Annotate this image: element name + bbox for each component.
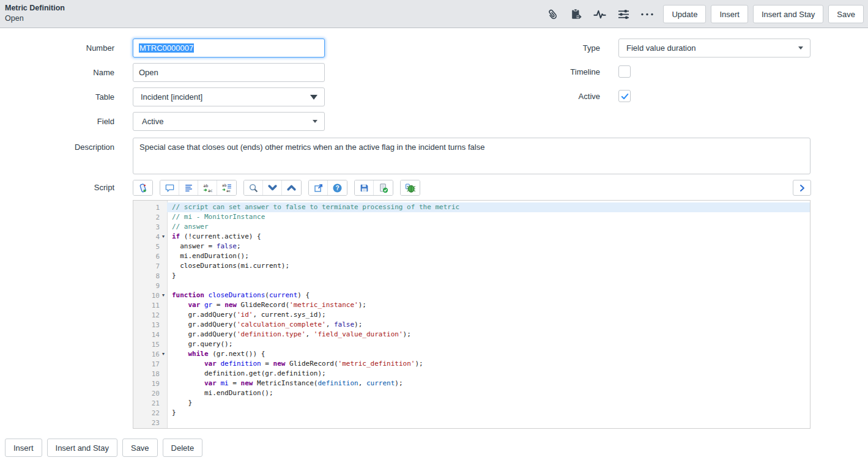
code-line[interactable]: 1// script can set answer to false to te… bbox=[133, 202, 810, 212]
code-line[interactable]: 8} bbox=[133, 271, 810, 281]
code-line[interactable]: 4▾if (!current.active) { bbox=[133, 232, 810, 242]
gutter-cell: 5 bbox=[133, 242, 167, 251]
find-previous-button[interactable] bbox=[282, 180, 301, 195]
find-next-button[interactable] bbox=[263, 180, 282, 195]
code-line[interactable]: 11 var gr = new GlideRecord('metric_inst… bbox=[133, 300, 810, 310]
code-line[interactable]: 12 gr.addQuery('id', current.sys_id); bbox=[133, 310, 810, 320]
code-text: var definition = new GlideRecord('metric… bbox=[167, 359, 810, 369]
expand-script-editor-button[interactable] bbox=[793, 180, 811, 196]
code-line[interactable]: 18 definition.get(gr.definition); bbox=[133, 369, 810, 379]
insert-button[interactable]: Insert bbox=[5, 439, 42, 457]
syntax-check-button[interactable] bbox=[374, 180, 393, 195]
line-number: 6 bbox=[155, 253, 160, 261]
line-number: 23 bbox=[152, 419, 160, 427]
code-text: while (gr.next()) { bbox=[167, 349, 810, 359]
description-textarea[interactable]: Special case that closes out (ends) othe… bbox=[133, 138, 811, 174]
fold-arrow-icon[interactable]: ▾ bbox=[160, 291, 167, 300]
insert-button[interactable]: Insert bbox=[711, 5, 748, 23]
gutter-cell: 17 bbox=[133, 359, 167, 369]
gutter-cell: 15 bbox=[133, 339, 167, 349]
script-toolbar-group: abacabac bbox=[160, 180, 237, 196]
fold-arrow-icon[interactable]: ▾ bbox=[160, 232, 167, 242]
active-checkbox[interactable] bbox=[618, 90, 631, 102]
insert-and-stay-button[interactable]: Insert and Stay bbox=[47, 439, 117, 457]
replace-button[interactable]: abac bbox=[198, 180, 217, 195]
paperclip-button[interactable] bbox=[544, 6, 559, 22]
code-line[interactable]: 16▾ while (gr.next()) { bbox=[133, 349, 810, 359]
code-line[interactable]: 22} bbox=[133, 408, 810, 418]
code-line[interactable]: 3// answer bbox=[133, 222, 810, 232]
code-line[interactable]: 13 gr.addQuery('calculation_complete', f… bbox=[133, 320, 810, 330]
code-area: 1// script can set answer to false to te… bbox=[133, 202, 810, 428]
code-line[interactable]: 23 bbox=[133, 418, 810, 428]
check-icon bbox=[620, 92, 629, 101]
timeline-checkbox[interactable] bbox=[618, 65, 631, 78]
update-button[interactable]: Update bbox=[663, 5, 706, 23]
number-input[interactable]: MTRC0000007 bbox=[133, 39, 325, 57]
name-input[interactable] bbox=[133, 63, 325, 82]
personalize-button[interactable] bbox=[616, 6, 631, 22]
svg-text:ab: ab bbox=[222, 183, 227, 187]
open-in-new-window-button[interactable] bbox=[309, 180, 328, 195]
line-number: 18 bbox=[152, 370, 160, 378]
code-line[interactable]: 17 var definition = new GlideRecord('met… bbox=[133, 359, 810, 369]
code-text: var gr = new GlideRecord('metric_instanc… bbox=[167, 300, 810, 310]
table-select[interactable]: Incident [incident] bbox=[133, 87, 325, 106]
gutter-cell: 13 bbox=[133, 320, 167, 330]
code-line[interactable]: 7 closeDurations(mi.current); bbox=[133, 261, 810, 271]
field-select[interactable]: Active bbox=[133, 112, 325, 131]
line-number: 7 bbox=[155, 262, 160, 270]
save-button[interactable]: Save bbox=[828, 5, 864, 23]
help-button[interactable]: ? bbox=[328, 180, 347, 195]
code-line[interactable]: 9 bbox=[133, 281, 810, 291]
delete-button[interactable]: Delete bbox=[163, 439, 203, 457]
code-line[interactable]: 2// mi - MonitorInstance bbox=[133, 212, 810, 222]
gutter-cell: 12 bbox=[133, 310, 167, 320]
more-options-button[interactable] bbox=[640, 6, 655, 22]
code-line[interactable]: 19 var mi = new MetricInstance(definitio… bbox=[133, 379, 810, 388]
code-line[interactable]: 21 } bbox=[133, 398, 810, 408]
find-next-icon bbox=[267, 183, 278, 193]
insert-and-stay-button[interactable]: Insert and Stay bbox=[753, 5, 823, 23]
code-line[interactable]: 10▾function closeDurations(current) { bbox=[133, 291, 810, 300]
line-number: 20 bbox=[152, 390, 160, 398]
script-toolbar-group: ? bbox=[308, 180, 347, 196]
line-number: 19 bbox=[152, 380, 160, 388]
activity-stream-button[interactable] bbox=[592, 6, 607, 22]
script-toolbar-group bbox=[133, 180, 153, 196]
type-select[interactable]: Field value duration bbox=[618, 39, 811, 57]
save-button[interactable]: Save bbox=[122, 439, 158, 457]
search-button[interactable] bbox=[244, 180, 263, 195]
code-line[interactable]: 14 gr.addQuery('definition.type', 'field… bbox=[133, 330, 810, 339]
gutter-cell: 6 bbox=[133, 251, 167, 261]
header-icon-bar bbox=[544, 6, 655, 22]
chevron-down-icon bbox=[310, 95, 317, 100]
line-number: 14 bbox=[152, 331, 160, 339]
gutter-cell: 10▾ bbox=[133, 291, 167, 300]
code-line[interactable]: 15 gr.query(); bbox=[133, 339, 810, 349]
script-toolbar-group bbox=[400, 180, 420, 196]
script-editor[interactable]: 1// script can set answer to false to te… bbox=[133, 200, 811, 429]
clipboard-export-button[interactable] bbox=[568, 6, 583, 22]
code-line[interactable]: 6 mi.endDuration(); bbox=[133, 251, 810, 261]
table-label: Table bbox=[0, 87, 114, 106]
chevron-down-icon bbox=[313, 120, 317, 123]
personalize-icon bbox=[617, 8, 630, 21]
syntax-editor-toggle-icon bbox=[138, 183, 148, 193]
code-line[interactable]: 20 mi.endDuration(); bbox=[133, 388, 810, 398]
fold-arrow-icon[interactable]: ▾ bbox=[160, 349, 167, 359]
gutter-cell: 7 bbox=[133, 261, 167, 271]
save-button[interactable] bbox=[355, 180, 374, 195]
replace-all-button[interactable]: abac bbox=[217, 180, 236, 195]
code-line[interactable]: 5 answer = false; bbox=[133, 242, 810, 251]
debug-button[interactable] bbox=[401, 180, 420, 195]
metric-definition-form: Metric Definition Open Update Insert Ins… bbox=[0, 0, 868, 463]
gutter-cell: 22 bbox=[133, 408, 167, 418]
format-code-button[interactable] bbox=[179, 180, 198, 195]
gutter-cell: 18 bbox=[133, 369, 167, 379]
form-header: Metric Definition Open Update Insert Ins… bbox=[0, 0, 868, 28]
syntax-editor-toggle-button[interactable] bbox=[133, 180, 152, 195]
svg-text:ac: ac bbox=[226, 188, 231, 193]
toggle-comment-button[interactable] bbox=[160, 180, 179, 195]
line-number: 17 bbox=[152, 360, 160, 368]
